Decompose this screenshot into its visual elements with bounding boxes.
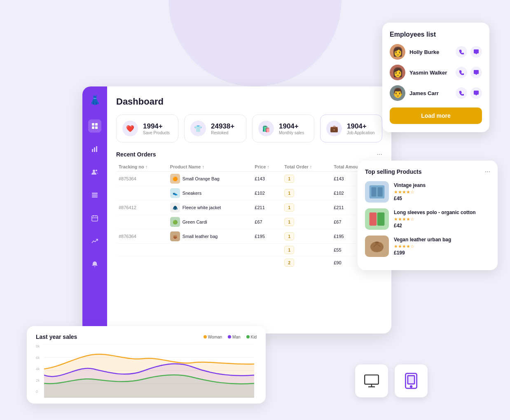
stat-label-sales: Monthly sales bbox=[279, 131, 304, 135]
price-cell: £211 bbox=[252, 201, 282, 215]
sales-chart-area: 8k 6k 4k 2k 0 Jan Feb Mar bbox=[36, 344, 257, 398]
y-axis-labels: 8k 6k 4k 2k 0 bbox=[36, 344, 40, 394]
product-image-polo bbox=[365, 208, 389, 230]
product-thumb: 👜 bbox=[170, 231, 180, 241]
product-image-jeans bbox=[365, 181, 389, 203]
qty-cell: 2 bbox=[282, 257, 331, 269]
sidebar-item-trends[interactable] bbox=[88, 235, 101, 248]
product-thumb: 🟠 bbox=[170, 174, 180, 184]
product-cell: 🟢 Green Cardi bbox=[168, 215, 253, 229]
tracking-cell bbox=[116, 186, 168, 201]
tracking-cell bbox=[116, 244, 168, 257]
product-item-polo: Long sleeves polo - organic cotton ★★★★☆… bbox=[365, 208, 490, 230]
qty-cell: 1 bbox=[282, 172, 331, 186]
qty-cell: 1 bbox=[282, 215, 331, 229]
price-cell: £195 bbox=[252, 229, 282, 244]
legend-man: Man bbox=[228, 335, 240, 339]
svg-rect-12 bbox=[92, 216, 98, 221]
sales-header: Last year sales Woman Man Kid bbox=[36, 334, 257, 340]
product-stars-polo: ★★★★☆ bbox=[394, 217, 476, 222]
employee-actions bbox=[456, 87, 482, 99]
svg-point-32 bbox=[410, 386, 412, 387]
products-title: Top selling Products bbox=[365, 168, 421, 175]
price-cell: £102 bbox=[252, 186, 282, 201]
stat-number-sales: 1904+ bbox=[279, 122, 304, 131]
stat-label-restoked: Restoked bbox=[211, 131, 234, 135]
price-cell bbox=[252, 244, 282, 257]
qty-badge: 1 bbox=[284, 203, 294, 212]
stat-card-job-app: 💼 1904+ Job Application bbox=[320, 114, 382, 142]
products-more-button[interactable]: ··· bbox=[485, 168, 490, 175]
qty-badge: 1 bbox=[284, 189, 294, 197]
table-row: 2 £90 bbox=[116, 257, 382, 269]
message-icon-holly[interactable] bbox=[470, 46, 482, 58]
dashboard-panel: 👗 Dashboard ❤️ 1994+ bbox=[82, 86, 391, 334]
device-panels bbox=[355, 364, 428, 397]
stat-number-job: 1904+ bbox=[347, 122, 374, 131]
sidebar-item-list[interactable] bbox=[88, 189, 101, 202]
employee-row-holly: 👩 Holly Burke bbox=[390, 44, 482, 60]
svg-rect-6 bbox=[96, 146, 97, 152]
employee-row-yasmin: 👩 Yasmin Walker bbox=[390, 65, 482, 80]
price-cell bbox=[252, 257, 282, 269]
product-cell: 👜 Small leather bag bbox=[168, 229, 253, 244]
employee-name-james: James Carr bbox=[409, 90, 452, 96]
employee-name-yasmin: Yasmin Walker bbox=[409, 70, 452, 76]
stats-row: ❤️ 1994+ Save Products 👕 24938+ Restoked… bbox=[116, 114, 382, 142]
message-icon-yasmin[interactable] bbox=[470, 67, 482, 78]
tracking-cell bbox=[116, 215, 168, 229]
main-content: Dashboard ❤️ 1994+ Save Products 👕 24938… bbox=[107, 86, 391, 334]
qty-cell: 1 bbox=[282, 201, 331, 215]
stat-card-save-products: ❤️ 1994+ Save Products bbox=[116, 114, 178, 142]
product-stars-bag: ★★★★☆ bbox=[394, 244, 451, 249]
orders-more-button[interactable]: ··· bbox=[377, 151, 382, 158]
phone-icon-holly[interactable] bbox=[456, 46, 467, 58]
qty-badge: 1 bbox=[284, 246, 294, 254]
svg-rect-0 bbox=[92, 123, 94, 126]
svg-point-8 bbox=[96, 170, 97, 171]
avatar-holly: 👩 bbox=[390, 44, 405, 60]
table-row: #875364 🟠 Small Orange Bag £143 1 £143 bbox=[116, 172, 382, 186]
product-cell: 👟 Sneakers bbox=[168, 186, 253, 201]
svg-point-7 bbox=[93, 170, 95, 172]
tablet-panel[interactable] bbox=[395, 364, 428, 397]
col-qty: Total Order ↑ bbox=[282, 162, 331, 172]
sidebar: 👗 bbox=[82, 86, 107, 334]
svg-rect-4 bbox=[92, 149, 93, 152]
table-row: 🟢 Green Cardi £67 1 £67 bbox=[116, 215, 382, 229]
desktop-panel[interactable] bbox=[355, 364, 388, 397]
product-name-polo: Long sleeves polo - organic cotton bbox=[394, 210, 476, 215]
product-cell bbox=[168, 257, 253, 269]
sidebar-item-analytics[interactable] bbox=[88, 142, 101, 156]
product-info-polo: Long sleeves polo - organic cotton ★★★★☆… bbox=[394, 210, 476, 229]
table-row: #876364 👜 Small leather bag £195 1 £195 bbox=[116, 229, 382, 244]
page-title: Dashboard bbox=[116, 96, 382, 107]
price-cell: £143 bbox=[252, 172, 282, 186]
sidebar-item-people[interactable] bbox=[88, 166, 101, 179]
tracking-cell: #876412 bbox=[116, 201, 168, 215]
qty-badge: 1 bbox=[284, 218, 294, 226]
employees-panel: Employees list 👩 Holly Burke 👩 Yasmin Wa… bbox=[382, 23, 489, 132]
svg-rect-5 bbox=[94, 147, 95, 152]
sidebar-item-dashboard[interactable] bbox=[88, 119, 101, 133]
product-item-jeans: Vintage jeans ★★★★☆ £45 bbox=[365, 181, 490, 203]
bag-icon: 🛍️ bbox=[258, 121, 274, 136]
phone-icon-yasmin[interactable] bbox=[456, 67, 467, 78]
svg-rect-9 bbox=[92, 193, 98, 194]
heart-icon: ❤️ bbox=[122, 121, 138, 136]
sidebar-item-notifications[interactable] bbox=[88, 258, 101, 271]
message-icon-james[interactable] bbox=[470, 87, 482, 99]
qty-badge: 2 bbox=[284, 259, 294, 267]
product-item-bag: Vegan leather urban bag ★★★★☆ £199 bbox=[365, 236, 490, 257]
qty-badge: 1 bbox=[284, 175, 294, 183]
table-row: 👟 Sneakers £102 1 £102 bbox=[116, 186, 382, 201]
load-more-button[interactable]: Load more bbox=[390, 107, 482, 124]
svg-rect-1 bbox=[95, 123, 98, 126]
svg-rect-20 bbox=[377, 212, 385, 226]
phone-icon-james[interactable] bbox=[456, 87, 467, 99]
tracking-cell: #875364 bbox=[116, 172, 168, 186]
sidebar-item-calendar[interactable] bbox=[88, 212, 101, 225]
legend-dot-woman bbox=[204, 335, 207, 338]
employee-name-holly: Holly Burke bbox=[409, 49, 452, 55]
product-thumb: 🟢 bbox=[170, 217, 180, 227]
